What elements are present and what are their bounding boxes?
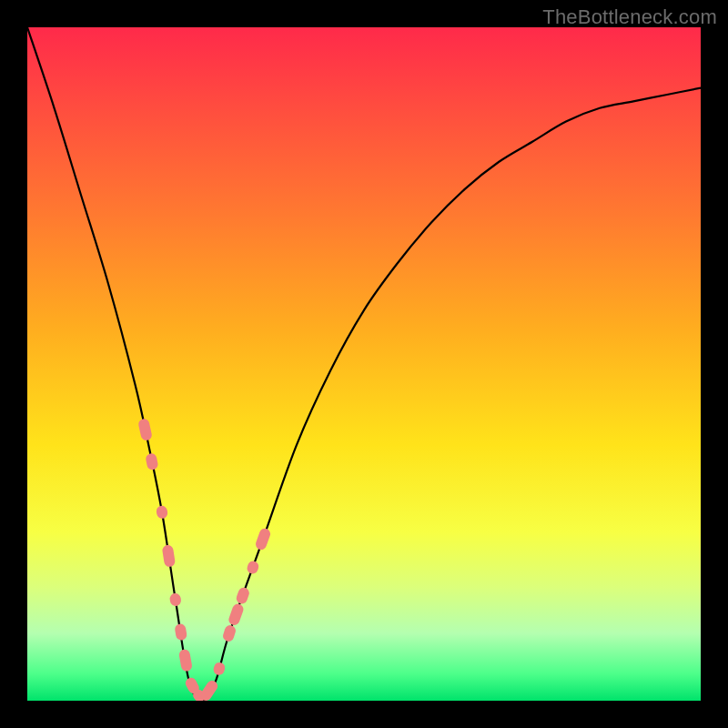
curve-marker [178,649,193,672]
curve-marker [246,560,260,575]
curve-marker [162,544,177,568]
marker-capsule [174,623,187,642]
curve-marker [222,624,238,643]
plot-svg [27,27,701,701]
marker-capsule [156,505,168,520]
curve-marker [174,623,187,642]
marker-capsule [254,527,271,551]
marker-capsule [212,661,227,676]
marker-capsule [178,649,193,672]
curve-marker [235,586,250,605]
curve-marker [169,592,182,607]
curve-layer [27,27,701,701]
marker-capsule [235,586,250,605]
marker-capsule [228,602,245,627]
marker-capsule [198,679,219,701]
curve-marker [212,661,227,676]
curve-marker [156,505,168,520]
marker-capsule [169,592,182,607]
marker-layer [137,418,272,701]
curve-marker [145,452,158,470]
marker-capsule [145,452,158,470]
marker-capsule [162,544,177,568]
curve-marker [254,527,271,551]
marker-capsule [222,624,238,643]
curve-marker [137,418,153,441]
curve-marker [228,602,245,627]
marker-capsule [246,560,260,575]
watermark-text: TheBottleneck.com [542,5,717,29]
curve-marker [198,679,219,701]
marker-capsule [137,418,153,441]
chart-frame: TheBottleneck.com [0,0,728,728]
plot-area [27,27,701,701]
bottleneck-curve [27,27,701,701]
